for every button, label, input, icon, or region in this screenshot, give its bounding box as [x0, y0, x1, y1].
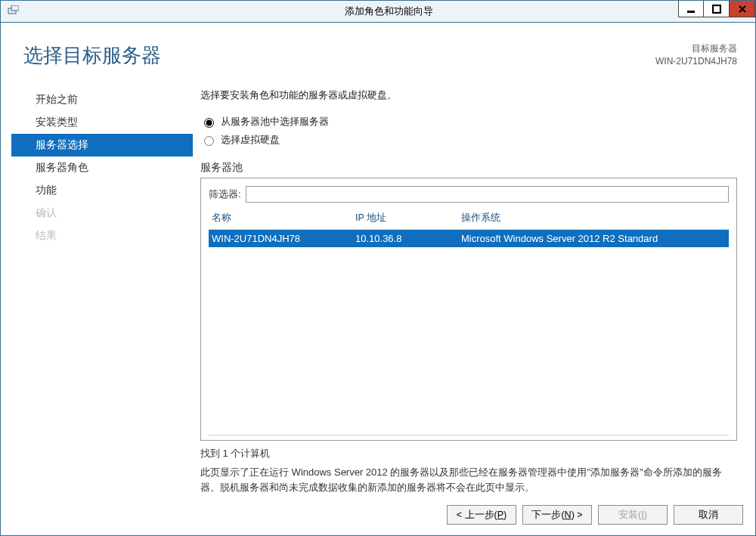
- filter-input[interactable]: [246, 186, 729, 203]
- nav-item-features[interactable]: 功能: [11, 179, 193, 202]
- target-value: WIN-2U71DN4JH78: [655, 55, 737, 68]
- col-header-ip[interactable]: IP 地址: [355, 212, 461, 225]
- radio-from-server-pool[interactable]: 从服务器池中选择服务器: [200, 113, 737, 131]
- install-button-prefix: 安装(: [618, 509, 641, 522]
- nav-item-server-roles[interactable]: 服务器角色: [11, 156, 193, 179]
- previous-button-key: P: [497, 510, 503, 520]
- filter-label: 筛选器:: [209, 187, 241, 201]
- nav-item-confirmation: 确认: [11, 202, 193, 225]
- server-row-os: Microsoft Windows Server 2012 R2 Standar…: [461, 233, 726, 244]
- header-row: 选择目标服务器 目标服务器 WIN-2U71DN4JH78: [11, 33, 745, 82]
- page-heading: 选择目标服务器: [23, 42, 161, 69]
- previous-button-prefix: < 上一步(: [457, 509, 497, 522]
- server-row[interactable]: WIN-2U71DN4JH78 10.10.36.8 Microsoft Win…: [209, 230, 729, 247]
- svg-rect-3: [713, 5, 720, 13]
- install-button-suffix: ): [644, 510, 647, 520]
- radio-from-server-pool-input[interactable]: [204, 118, 214, 128]
- filter-row: 筛选器:: [209, 186, 729, 203]
- radio-from-server-pool-label: 从服务器池中选择服务器: [221, 115, 329, 129]
- nav-item-before-you-begin[interactable]: 开始之前: [11, 88, 193, 111]
- main-panel: 选择要安装角色和功能的服务器或虚拟硬盘。 从服务器池中选择服务器 选择虚拟硬盘 …: [193, 82, 745, 494]
- install-button: 安装(I): [598, 505, 668, 525]
- svg-rect-2: [687, 11, 695, 13]
- wizard-nav: 开始之前 安装类型 服务器选择 服务器角色 功能 确认 结果: [11, 82, 193, 494]
- target-info: 目标服务器 WIN-2U71DN4JH78: [655, 42, 737, 68]
- nav-item-server-selection[interactable]: 服务器选择: [11, 134, 193, 156]
- wizard-footer: < 上一步(P) 下一步(N) > 安装(I) 取消: [11, 494, 745, 525]
- server-pool-label: 服务器池: [200, 161, 737, 175]
- titlebar: 添加角色和功能向导: [0, 0, 756, 23]
- nav-item-installation-type[interactable]: 安装类型: [11, 111, 193, 134]
- next-button-key: N: [565, 510, 572, 520]
- close-button[interactable]: [730, 1, 755, 17]
- window-title: 添加角色和功能向导: [22, 5, 755, 18]
- radio-from-vhd[interactable]: 选择虚拟硬盘: [200, 131, 737, 149]
- maximize-button[interactable]: [704, 1, 730, 17]
- next-button[interactable]: 下一步(N) >: [522, 505, 592, 525]
- previous-button-suffix: ): [503, 510, 507, 520]
- window-body: 选择目标服务器 目标服务器 WIN-2U71DN4JH78 开始之前 安装类型 …: [0, 23, 756, 536]
- page-description: 此页显示了正在运行 Windows Server 2012 的服务器以及那些已经…: [200, 465, 737, 494]
- nav-item-results: 结果: [11, 225, 193, 247]
- col-header-name[interactable]: 名称: [212, 212, 355, 225]
- window-controls: [678, 1, 755, 17]
- next-button-suffix: ) >: [572, 510, 583, 520]
- server-table-body: WIN-2U71DN4JH78 10.10.36.8 Microsoft Win…: [209, 230, 729, 435]
- cancel-button[interactable]: 取消: [674, 505, 743, 525]
- server-table-header: 名称 IP 地址 操作系统: [209, 212, 729, 230]
- server-row-name: WIN-2U71DN4JH78: [212, 233, 355, 244]
- minimize-button[interactable]: [678, 1, 704, 17]
- radio-from-vhd-input[interactable]: [204, 136, 214, 146]
- target-label: 目标服务器: [655, 42, 737, 55]
- instruction-text: 选择要安装角色和功能的服务器或虚拟硬盘。: [200, 88, 737, 102]
- server-row-ip: 10.10.36.8: [355, 233, 461, 244]
- radio-from-vhd-label: 选择虚拟硬盘: [221, 133, 280, 147]
- selection-mode-radio-group: 从服务器池中选择服务器 选择虚拟硬盘: [200, 113, 737, 149]
- app-icon: [4, 2, 22, 20]
- svg-rect-1: [11, 5, 19, 11]
- col-header-os[interactable]: 操作系统: [461, 212, 726, 225]
- next-button-prefix: 下一步(: [531, 509, 564, 522]
- previous-button[interactable]: < 上一步(P): [447, 505, 516, 525]
- server-pool-box: 筛选器: 名称 IP 地址 操作系统 WIN-2U71DN4JH78 10.10…: [200, 178, 737, 441]
- found-count: 找到 1 个计算机: [200, 447, 737, 460]
